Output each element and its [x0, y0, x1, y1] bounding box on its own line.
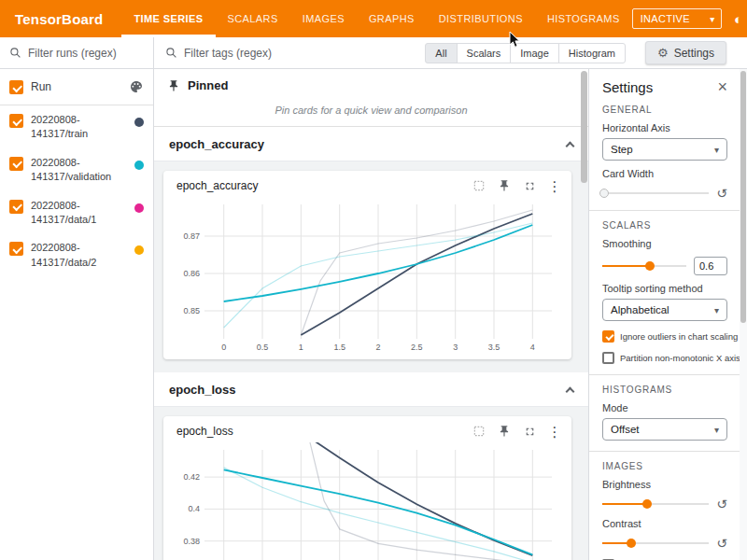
theme-toggle-icon[interactable]: ◐: [729, 9, 747, 28]
more-menu-icon[interactable]: ⋮: [547, 424, 562, 439]
chip-image[interactable]: Image: [510, 43, 559, 63]
slider-thumb[interactable]: [645, 261, 655, 271]
svg-text:4: 4: [530, 343, 535, 352]
chip-histogram[interactable]: Histogram: [558, 43, 626, 63]
pin-card-icon[interactable]: [497, 178, 512, 193]
pin-icon: [167, 79, 180, 92]
epoch-loss-chart[interactable]: 00.511.522.533.540.360.380.40.42: [171, 442, 563, 560]
svg-text:0.86: 0.86: [183, 269, 200, 278]
card-header: epoch_loss ⋮: [171, 422, 564, 442]
run-checkbox[interactable]: [9, 157, 23, 171]
images-heading: IMAGES: [602, 461, 727, 471]
run-row-data-2[interactable]: 20220808-141317/data/2: [0, 233, 153, 276]
settings-scrollbar[interactable]: [740, 69, 747, 560]
general-heading: GENERAL: [602, 105, 727, 115]
scrollbar-thumb[interactable]: [581, 71, 587, 183]
section-epoch-accuracy[interactable]: epoch_accuracy: [154, 127, 588, 161]
more-menu-icon[interactable]: ⋮: [547, 178, 562, 193]
partition-x-axis-label: Partition non-monotonic X axis: [620, 353, 740, 363]
partition-x-axis-option[interactable]: Partition non-monotonic X axis i: [602, 352, 727, 364]
close-icon[interactable]: ×: [717, 78, 727, 95]
svg-text:0.87: 0.87: [183, 231, 200, 241]
brightness-slider[interactable]: [602, 498, 709, 510]
runs-sidebar: Run 20220808-141317/train 20220808-14131…: [0, 69, 154, 560]
tab-graphs[interactable]: GRAPHS: [357, 0, 427, 37]
smoothing-slider[interactable]: [602, 260, 686, 272]
main-scrollbar[interactable]: [581, 69, 587, 560]
chip-scalars[interactable]: Scalars: [457, 43, 512, 63]
card-width-slider[interactable]: [602, 188, 709, 199]
svg-text:0.85: 0.85: [183, 306, 200, 315]
section-title: epoch_accuracy: [169, 137, 264, 151]
partition-x-axis-checkbox[interactable]: [602, 352, 614, 364]
status-value: INACTIVE: [641, 13, 690, 24]
svg-text:0.4: 0.4: [188, 504, 200, 513]
section-epoch-loss[interactable]: epoch_loss: [154, 372, 588, 407]
run-row-train[interactable]: 20220808-141317/train: [0, 105, 153, 148]
contrast-slider[interactable]: [602, 538, 709, 549]
run-row-data-1[interactable]: 20220808-141317/data/1: [0, 191, 153, 234]
header-actions: INACTIVE ▾ ◐ ↻ ⚙ ?: [632, 0, 747, 37]
filter-tags-input[interactable]: [184, 47, 324, 60]
scrollbar-thumb[interactable]: [740, 71, 746, 323]
card-title: epoch_loss: [176, 425, 233, 438]
histogram-mode-dropdown[interactable]: Offset ▾: [602, 418, 727, 441]
ignore-outliers-option[interactable]: Ignore outliers in chart scaling: [602, 330, 727, 343]
palette-icon[interactable]: [129, 79, 144, 94]
chip-all[interactable]: All: [425, 43, 457, 63]
run-color-dot: [134, 118, 144, 127]
tab-scalars[interactable]: SCALARS: [216, 0, 290, 37]
select-all-runs-checkbox[interactable]: [9, 80, 23, 94]
app-header: TensorBoard TIME SERIES SCALARS IMAGES G…: [0, 0, 747, 37]
tab-images[interactable]: IMAGES: [290, 0, 357, 37]
main-nav: TIME SERIES SCALARS IMAGES GRAPHS DISTRI…: [121, 0, 631, 37]
chevron-down-icon: ▾: [714, 425, 719, 435]
slider-thumb[interactable]: [642, 499, 652, 509]
smoothing-value-input[interactable]: [694, 257, 727, 275]
run-color-dot: [134, 203, 144, 213]
chevron-up-icon[interactable]: [566, 142, 575, 151]
tab-histograms[interactable]: HISTOGRAMS: [535, 0, 632, 37]
reset-icon[interactable]: ↺: [716, 537, 727, 550]
card-area-epoch-accuracy: epoch_accuracy ⋮ 00.511.522.533.540.850.…: [154, 161, 588, 372]
status-dropdown[interactable]: INACTIVE ▾: [632, 8, 722, 29]
scalar-card-epoch-accuracy: epoch_accuracy ⋮ 00.511.522.533.540.850.…: [163, 171, 571, 359]
histograms-heading: HISTOGRAMS: [602, 385, 727, 395]
fullscreen-icon[interactable]: [522, 424, 537, 439]
tag-filter-chips: All Scalars Image Histogram: [426, 43, 626, 63]
filter-runs-input[interactable]: [28, 47, 133, 60]
toolbar: All Scalars Image Histogram ⚙ Settings: [0, 37, 747, 69]
svg-text:0.5: 0.5: [257, 343, 269, 352]
search-icon: [9, 47, 21, 59]
run-checkbox[interactable]: [9, 242, 23, 256]
run-row-validation[interactable]: 20220808-141317/validation: [0, 148, 153, 191]
slider-thumb[interactable]: [599, 189, 609, 198]
reset-icon[interactable]: ↺: [716, 497, 727, 511]
pinned-title: Pinned: [188, 78, 228, 92]
fullscreen-icon[interactable]: [522, 178, 537, 193]
horizontal-axis-dropdown[interactable]: Step ▾: [602, 138, 727, 161]
pin-card-icon[interactable]: [497, 424, 512, 439]
tooltip-sorting-value: Alphabetical: [611, 304, 669, 315]
epoch-accuracy-chart[interactable]: 00.511.522.533.540.850.860.87: [171, 197, 563, 356]
chevron-down-icon: ▾: [714, 145, 719, 155]
run-checkbox[interactable]: [9, 200, 23, 214]
settings-button[interactable]: ⚙ Settings: [645, 41, 726, 64]
run-checkbox[interactable]: [9, 114, 23, 128]
slider-thumb[interactable]: [627, 539, 636, 548]
svg-text:1.5: 1.5: [333, 343, 345, 352]
svg-text:2: 2: [375, 343, 380, 352]
app-logo: TensorBoard: [0, 0, 121, 37]
data-select-icon[interactable]: [472, 178, 486, 193]
filter-runs-box[interactable]: [0, 37, 154, 68]
main-content: Pinned Pin cards for a quick view and co…: [154, 69, 588, 560]
tab-time-series[interactable]: TIME SERIES: [121, 0, 215, 37]
reset-icon[interactable]: ↺: [716, 187, 727, 200]
tooltip-sorting-dropdown[interactable]: Alphabetical ▾: [602, 299, 727, 321]
data-select-icon[interactable]: [472, 424, 486, 439]
tab-distributions[interactable]: DISTRIBUTIONS: [427, 0, 535, 37]
run-label: 20220808-141317/train: [31, 113, 127, 142]
chevron-up-icon[interactable]: [566, 387, 575, 397]
svg-text:0: 0: [221, 343, 226, 352]
ignore-outliers-checkbox[interactable]: [602, 330, 614, 343]
